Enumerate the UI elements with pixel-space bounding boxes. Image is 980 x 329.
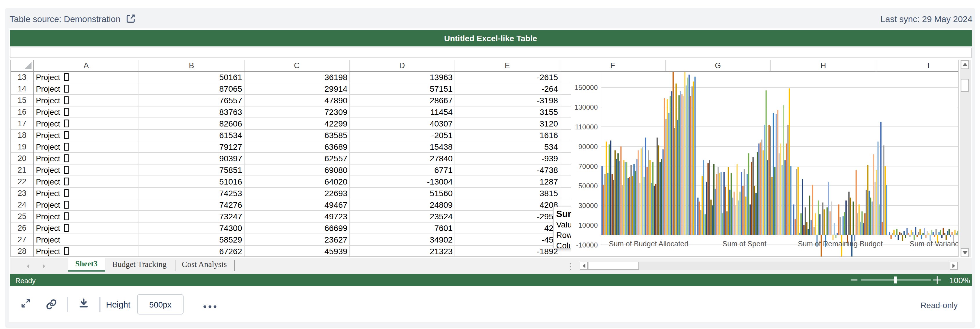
svg-text:I: I xyxy=(927,61,929,70)
svg-text:63585: 63585 xyxy=(324,131,347,140)
svg-text:-2615: -2615 xyxy=(536,73,558,82)
svg-text:26: 26 xyxy=(18,224,26,233)
svg-text:49723: 49723 xyxy=(324,212,347,221)
svg-text:10000: 10000 xyxy=(578,221,597,229)
svg-text:13963: 13963 xyxy=(429,73,452,82)
svg-text:49467: 49467 xyxy=(324,200,347,209)
svg-text:74253: 74253 xyxy=(219,188,242,198)
svg-text:534: 534 xyxy=(544,142,558,152)
svg-text:13: 13 xyxy=(18,73,26,82)
svg-text:E: E xyxy=(504,61,510,70)
svg-text:11454: 11454 xyxy=(430,108,453,117)
svg-text:Project: Project xyxy=(36,224,60,233)
svg-text:47890: 47890 xyxy=(324,96,347,105)
svg-text:-939: -939 xyxy=(541,154,558,163)
svg-text:67262: 67262 xyxy=(219,247,242,256)
svg-text:87065: 87065 xyxy=(219,84,242,93)
svg-text:74300: 74300 xyxy=(219,223,242,233)
svg-text:150000: 150000 xyxy=(574,83,597,91)
svg-text:G: G xyxy=(714,61,721,70)
svg-text:79127: 79127 xyxy=(219,142,242,152)
svg-text:34902: 34902 xyxy=(429,235,452,244)
svg-text:20: 20 xyxy=(18,154,26,163)
svg-text:21323: 21323 xyxy=(429,247,452,256)
svg-text:69080: 69080 xyxy=(324,165,347,175)
svg-text:-10000: -10000 xyxy=(576,241,597,248)
svg-text:H: H xyxy=(820,61,826,70)
svg-text:29914: 29914 xyxy=(324,84,347,93)
svg-text:25: 25 xyxy=(18,212,26,221)
svg-text:1287: 1287 xyxy=(539,177,558,186)
svg-text:-3198: -3198 xyxy=(536,96,558,105)
svg-text:70000: 70000 xyxy=(578,162,597,170)
svg-text:28: 28 xyxy=(18,247,26,256)
svg-text:18: 18 xyxy=(18,131,26,139)
svg-text:14: 14 xyxy=(18,84,26,93)
svg-text:62557: 62557 xyxy=(324,154,347,163)
svg-text:73247: 73247 xyxy=(219,212,242,221)
svg-text:-2051: -2051 xyxy=(431,131,453,140)
svg-text:58529: 58529 xyxy=(219,235,242,244)
svg-text:Project: Project xyxy=(36,96,60,105)
svg-text:Project: Project xyxy=(36,189,60,198)
svg-text:6771: 6771 xyxy=(434,165,452,175)
svg-text:63689: 63689 xyxy=(324,142,347,152)
svg-text:50000: 50000 xyxy=(578,182,597,190)
svg-text:Project: Project xyxy=(36,247,60,256)
svg-text:61534: 61534 xyxy=(219,131,242,140)
svg-text:B: B xyxy=(189,61,194,70)
svg-text:23627: 23627 xyxy=(324,235,347,244)
svg-text:82606: 82606 xyxy=(219,119,242,128)
svg-text:Project: Project xyxy=(36,212,60,221)
svg-text:66699: 66699 xyxy=(324,223,347,233)
svg-text:90397: 90397 xyxy=(219,154,242,163)
svg-text:3155: 3155 xyxy=(539,108,558,117)
svg-text:17: 17 xyxy=(18,119,26,128)
svg-text:24809: 24809 xyxy=(429,200,452,209)
svg-text:A: A xyxy=(83,61,89,70)
svg-text:22: 22 xyxy=(18,177,26,186)
svg-text:83763: 83763 xyxy=(219,108,242,117)
svg-text:36198: 36198 xyxy=(324,73,347,82)
svg-text:3815: 3815 xyxy=(539,188,558,198)
svg-text:19: 19 xyxy=(18,142,26,151)
svg-text:23: 23 xyxy=(18,189,26,198)
svg-text:57151: 57151 xyxy=(429,84,452,93)
svg-text:Sum of Budget Allocated: Sum of Budget Allocated xyxy=(609,239,688,247)
svg-text:45939: 45939 xyxy=(324,247,347,256)
svg-text:Project: Project xyxy=(36,131,60,140)
svg-text:74276: 74276 xyxy=(219,200,242,209)
svg-text:90000: 90000 xyxy=(578,142,597,150)
svg-text:51560: 51560 xyxy=(429,188,452,198)
svg-text:30000: 30000 xyxy=(578,201,597,209)
svg-text:Project: Project xyxy=(36,236,60,244)
svg-text:Sum of Spent: Sum of Spent xyxy=(722,239,766,247)
svg-text:3120: 3120 xyxy=(539,119,558,128)
svg-text:16: 16 xyxy=(18,108,26,116)
svg-text:Project: Project xyxy=(36,143,60,152)
svg-text:-13004: -13004 xyxy=(427,177,452,186)
svg-text:-4738: -4738 xyxy=(536,165,558,175)
svg-text:Sum of Remaining Budget: Sum of Remaining Budget xyxy=(798,239,882,247)
svg-text:42299: 42299 xyxy=(324,119,347,128)
svg-text:50161: 50161 xyxy=(219,73,242,82)
svg-text:C: C xyxy=(294,61,299,70)
svg-text:F: F xyxy=(610,61,615,70)
svg-text:Project: Project xyxy=(36,154,60,163)
svg-text:15: 15 xyxy=(18,96,26,105)
svg-text:51016: 51016 xyxy=(219,177,242,186)
svg-text:76557: 76557 xyxy=(219,96,242,105)
svg-text:15438: 15438 xyxy=(429,142,452,152)
svg-text:7601: 7601 xyxy=(434,223,452,233)
svg-text:24: 24 xyxy=(18,201,26,209)
svg-text:130000: 130000 xyxy=(574,103,597,111)
svg-text:40307: 40307 xyxy=(429,119,452,128)
svg-text:64020: 64020 xyxy=(324,177,347,186)
svg-text:28667: 28667 xyxy=(429,96,452,105)
svg-text:22693: 22693 xyxy=(324,188,347,198)
svg-text:1616: 1616 xyxy=(539,131,558,140)
svg-text:-264: -264 xyxy=(541,84,558,93)
svg-text:110000: 110000 xyxy=(575,123,597,131)
svg-text:23524: 23524 xyxy=(429,212,452,221)
svg-text:Project: Project xyxy=(36,120,60,128)
